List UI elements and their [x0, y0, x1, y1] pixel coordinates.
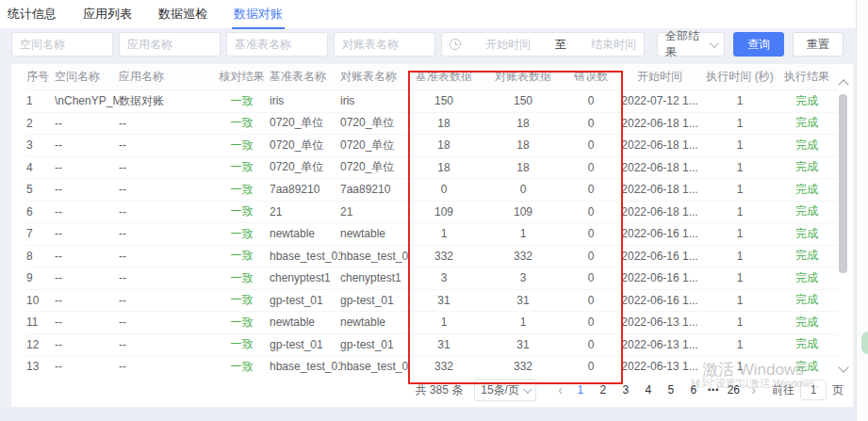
cell-base_table: 21 — [270, 205, 340, 219]
cell-error_count: 0 — [566, 117, 619, 130]
cell-text: 1 — [520, 227, 527, 240]
cell-base_table: chenyptest1 — [270, 271, 340, 284]
cell-check_result: 一致 — [218, 115, 270, 131]
column-header-target_rows: 对账表数据 — [483, 69, 566, 85]
cell-text: 1 — [737, 138, 744, 152]
table-row: 11----一致newtablenewtable1102022-06-13 1.… — [26, 312, 838, 334]
cell-exec_result: 完成 — [779, 359, 838, 373]
cell-start_time: 2022-07-12 1... — [619, 94, 704, 107]
cell-space_name: -- — [55, 294, 119, 307]
start-time-placeholder: 开始时间 — [485, 37, 531, 53]
cell-text: 31 — [437, 294, 450, 307]
cell-text: hbase_test_01 — [270, 360, 340, 373]
cell-start_time: 2022-06-16 1... — [619, 227, 704, 240]
column-header-error_count: 错误数 — [566, 69, 619, 85]
cell-text: 3 — [26, 138, 33, 152]
page-size-select[interactable]: 15条/页 — [474, 379, 536, 401]
prev-page-button[interactable]: ‹ — [558, 382, 563, 397]
status-text: 一致 — [231, 183, 254, 196]
tab-data-reconciliation[interactable]: 数据对账 — [232, 0, 285, 29]
cell-text: 2022-06-13 1... — [621, 316, 697, 329]
cell-text: -- — [119, 117, 126, 130]
cell-text: 2022-06-18 1... — [621, 138, 697, 152]
cell-text: 18 — [437, 138, 450, 152]
cell-error_count: 0 — [566, 360, 619, 373]
column-header-target_table: 对账表名称 — [340, 69, 408, 85]
status-text: 一致 — [231, 316, 254, 329]
cell-start_time: 2022-06-16 1... — [619, 294, 704, 307]
column-header-index: 序号 — [26, 69, 55, 85]
cell-base_table: hbase_test_01 — [270, 360, 340, 373]
cell-exec_result: 完成 — [779, 315, 838, 331]
cell-error_count: 0 — [566, 294, 619, 307]
cell-index: 12 — [26, 338, 55, 351]
page-number-1[interactable]: 1 — [572, 383, 589, 397]
scrollbar-thumb[interactable] — [839, 94, 847, 273]
cell-text: 0720_单位 — [340, 138, 394, 152]
reset-button[interactable]: 重置 — [793, 32, 843, 57]
status-text: 一致 — [231, 249, 254, 262]
cell-base_table: gp-test_01 — [270, 294, 340, 307]
table-row: 7----一致newtablenewtable1102022-06-16 1..… — [26, 223, 838, 246]
cell-space_name: -- — [55, 183, 119, 196]
cell-error_count: 0 — [566, 250, 619, 263]
cell-app_name: -- — [119, 316, 218, 329]
cell-text: 150 — [514, 94, 532, 107]
cell-target_rows: 150 — [483, 94, 566, 107]
cell-text: newtable — [270, 316, 315, 329]
result-filter-select[interactable]: 全部结果 — [657, 32, 725, 57]
cell-error_count: 0 — [566, 316, 619, 329]
scroll-up-icon[interactable] — [838, 79, 848, 89]
page-number-last[interactable]: 26 — [725, 383, 742, 397]
page-ellipsis[interactable]: ••• — [708, 385, 719, 395]
tab-app-list[interactable]: 应用列表 — [81, 0, 134, 29]
cell-text: 2022-06-16 1... — [621, 227, 697, 240]
base-table-input[interactable]: 基准表名称 — [226, 32, 328, 57]
cell-text: -- — [119, 316, 126, 329]
status-text: 一致 — [231, 293, 254, 306]
cell-base_rows: 31 — [408, 294, 483, 307]
cell-target_rows: 332 — [483, 360, 566, 373]
page-number-2[interactable]: 2 — [595, 383, 612, 397]
cell-text: \nChenYP_Ma... — [55, 94, 119, 107]
page-number-4[interactable]: 4 — [640, 383, 657, 397]
cell-text: -- — [119, 360, 126, 373]
page-number-6[interactable]: 6 — [685, 383, 702, 397]
status-text: 一致 — [231, 271, 254, 284]
cell-start_time: 2022-06-13 1... — [619, 338, 704, 351]
cell-space_name: -- — [55, 227, 119, 240]
cell-base_table: gp-test_01 — [270, 338, 340, 351]
space-name-input[interactable]: 空间名称 — [11, 32, 113, 57]
cell-base_rows: 18 — [408, 117, 483, 130]
cell-text: 150 — [434, 94, 453, 107]
tab-statistics[interactable]: 统计信息 — [6, 0, 58, 29]
app-name-input[interactable]: 应用名称 — [119, 32, 221, 57]
cell-exec_seconds: 1 — [704, 250, 779, 263]
cell-text: 1 — [520, 316, 527, 329]
table-row: 2----一致0720_单位0720_单位181802022-06-18 1..… — [26, 113, 838, 136]
cell-space_name: -- — [55, 250, 119, 263]
cell-text: 0720_单位 — [270, 116, 323, 129]
data-table: 序号空间名称应用名称核对结果基准表名称对账表名称基准表数据对账表数据错误数开始时… — [11, 64, 853, 373]
end-time-placeholder: 结束时间 — [591, 37, 636, 53]
cell-start_time: 2022-06-16 1... — [619, 271, 704, 284]
cell-target_table: chenyptest1 — [340, 271, 408, 284]
target-table-input[interactable]: 对账表名称 — [334, 32, 435, 57]
page-number-5[interactable]: 5 — [663, 383, 680, 397]
cell-text: 7aa89210 — [340, 183, 390, 196]
cell-target_table: 0720_单位 — [340, 159, 408, 175]
status-text: 一致 — [231, 204, 254, 218]
cell-app_name: -- — [119, 294, 218, 307]
page-number-3[interactable]: 3 — [617, 383, 634, 397]
cell-exec_seconds: 1 — [704, 338, 779, 351]
cell-text: 0 — [441, 183, 448, 196]
time-range-input[interactable]: 开始时间 至 结束时间 — [441, 32, 645, 57]
cell-text: 2022-06-16 1... — [621, 250, 697, 263]
cell-check_result: 一致 — [218, 138, 270, 154]
cell-exec_result: 完成 — [779, 182, 838, 198]
scroll-down-icon[interactable] — [838, 362, 848, 372]
search-button[interactable]: 查询 — [733, 32, 784, 57]
jump-page-input[interactable] — [800, 380, 827, 400]
tab-data-inspection[interactable]: 数据巡检 — [156, 0, 209, 29]
next-page-button[interactable]: › — [751, 382, 756, 397]
